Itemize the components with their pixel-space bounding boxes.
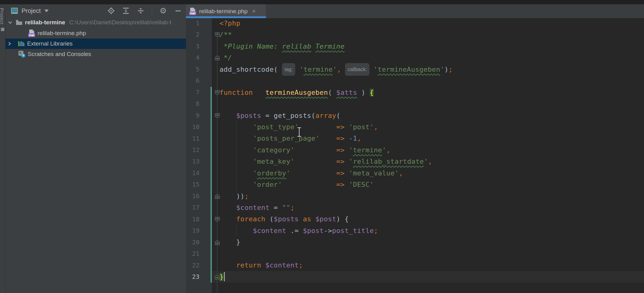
code-token: termine	[304, 66, 333, 73]
code-token: =>	[336, 123, 344, 131]
code-token: $content	[236, 204, 269, 211]
fold-end-marker[interactable]	[215, 240, 220, 245]
tree-row-php-file[interactable]: PHP relilab-termine.php	[6, 28, 186, 38]
code-token: '	[333, 66, 337, 73]
code-token: ,	[357, 134, 361, 142]
code-line[interactable]: */	[219, 52, 453, 63]
code-token: 'meta_value'	[349, 169, 399, 177]
code-token	[344, 181, 349, 188]
code-line[interactable]: /**	[219, 29, 453, 40]
code-line[interactable]	[219, 98, 453, 110]
fold-end-marker[interactable]	[215, 55, 220, 60]
code-token: (	[265, 215, 274, 223]
tab-label[interactable]: relilab-termine.php	[199, 8, 248, 15]
tab-close-icon[interactable]: ✕	[252, 9, 256, 14]
hide-panel-icon[interactable]	[174, 7, 182, 14]
line-number: 6	[186, 75, 199, 86]
tree-row-external-libraries[interactable]: External Libraries	[6, 38, 186, 49]
code-line[interactable]: return $content;	[219, 259, 453, 271]
code-token	[261, 261, 265, 269]
code-line[interactable]: foreach ($posts as $post) {	[219, 213, 453, 225]
tab-relilab-termine[interactable]: PHP relilab-termine.php ✕	[186, 4, 266, 18]
code-token: '	[253, 169, 257, 177]
tool-window-stripe-icon[interactable]	[1, 28, 4, 31]
line-number: 4	[186, 52, 199, 63]
code-line[interactable]: add_shortcode( tag: 'termine', callback:…	[219, 64, 453, 75]
expand-all-icon[interactable]	[122, 7, 130, 14]
project-root-name[interactable]: relilab-termine	[25, 19, 65, 26]
code-token: array	[316, 112, 336, 119]
code-token: 'posts_per_page'	[253, 134, 320, 142]
code-line[interactable]: *Plugin Name: relilab Termine	[219, 41, 453, 52]
code-line[interactable]: <?php	[219, 18, 453, 29]
code-line[interactable]: $content = "";	[219, 202, 453, 213]
code-line[interactable]: 'orderby' => 'meta_value',	[219, 167, 453, 179]
code-line[interactable]: function termineAusgeben( $atts ) {	[219, 87, 453, 98]
code-token	[344, 123, 349, 131]
editor-tab-bar: PHP relilab-termine.php ✕	[186, 4, 644, 18]
svg-text:PHP: PHP	[29, 34, 34, 37]
code-token: ,	[428, 158, 432, 165]
tree-item-label[interactable]: relilab-termine.php	[38, 30, 86, 37]
code-token	[219, 146, 253, 154]
line-number: 10	[186, 121, 199, 133]
locate-file-icon[interactable]	[107, 7, 115, 14]
code-line[interactable]: }	[219, 236, 453, 248]
tree-item-label[interactable]: External Libraries	[27, 40, 73, 47]
code-token: $post	[316, 215, 336, 223]
code-token	[369, 66, 374, 73]
code-token: (	[328, 89, 336, 96]
project-tool-window-icon	[11, 8, 18, 14]
code-token	[219, 112, 236, 119]
code-line[interactable]: 'posts_per_page' => -1,	[219, 133, 453, 144]
code-token: $atts	[336, 89, 357, 96]
fold-start-marker[interactable]	[215, 90, 220, 95]
tool-window-bar[interactable]: Project	[0, 4, 6, 293]
tree-row-project-root[interactable]: relilab-termine C:\Users\Daniel\Desktop\…	[6, 17, 186, 28]
code-token: ->	[324, 227, 332, 235]
svg-text:PHP: PHP	[190, 12, 195, 15]
code-line[interactable]	[219, 75, 453, 86]
gear-icon[interactable]: ⚙	[159, 7, 167, 14]
tree-item-label[interactable]: Scratches and Consoles	[28, 51, 91, 58]
line-number: 23	[186, 271, 199, 283]
fold-start-marker[interactable]	[215, 113, 220, 118]
code-token: {	[370, 89, 374, 96]
code-line[interactable]: $posts = get_posts(array(	[219, 110, 453, 121]
code-area[interactable]: <?php/** *Plugin Name: relilab Termine *…	[219, 18, 453, 283]
fold-start-marker[interactable]	[215, 32, 220, 37]
code-line[interactable]: 'post_type' => 'post',	[219, 121, 453, 133]
code-token: 'post'	[349, 123, 374, 131]
code-token: = get_posts(	[261, 112, 315, 119]
code-token: 'order'	[253, 181, 282, 188]
code-line[interactable]: 'category' => 'termine',	[219, 144, 453, 156]
code-editor[interactable]: 1234567891011121314151617181920212223 <?…	[186, 18, 644, 293]
chevron-down-icon[interactable]	[8, 20, 13, 25]
code-line[interactable]: ));	[219, 191, 453, 202]
folder-icon	[16, 20, 22, 25]
code-line[interactable]: 'order' => 'DESC'	[219, 179, 453, 190]
code-token	[295, 158, 336, 165]
code-line[interactable]: }	[219, 271, 453, 283]
fold-end-marker[interactable]	[215, 194, 220, 199]
code-line[interactable]: $content .= $post->post_title;	[219, 225, 453, 236]
code-line[interactable]: 'meta_key' => 'relilab_startdate',	[219, 156, 453, 167]
tree-row-scratches[interactable]: Scratches and Consoles	[6, 49, 186, 59]
project-panel-title[interactable]: Project	[22, 7, 41, 14]
line-number: 2	[186, 29, 199, 40]
code-token: -1	[349, 134, 357, 142]
code-token: <?php	[219, 19, 240, 27]
code-token: }	[219, 273, 224, 281]
fold-start-marker[interactable]	[215, 217, 220, 222]
chevron-right-icon[interactable]	[7, 41, 12, 46]
code-token: $posts	[274, 215, 299, 223]
collapse-all-icon[interactable]	[137, 7, 144, 14]
inlay-hint: callback:	[345, 63, 369, 76]
text-caret	[224, 272, 225, 281]
tool-window-bar-project-label[interactable]: Project	[0, 8, 5, 25]
code-line[interactable]	[219, 248, 453, 259]
chevron-down-icon[interactable]	[44, 10, 49, 12]
fold-end-marker[interactable]	[215, 275, 220, 279]
code-token: ,	[374, 123, 378, 131]
mouse-cursor-ibeam	[296, 127, 303, 137]
